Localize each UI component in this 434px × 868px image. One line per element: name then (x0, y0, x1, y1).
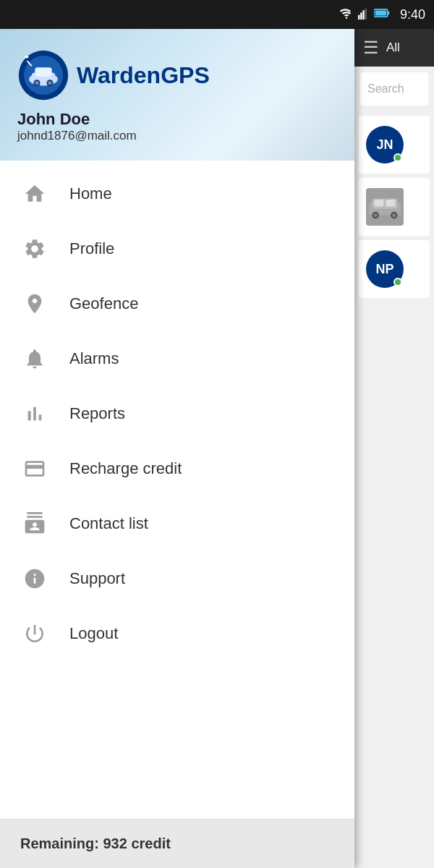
svg-point-15 (35, 81, 38, 85)
svg-rect-20 (375, 200, 384, 207)
bar-chart-icon (20, 399, 49, 428)
home-icon (20, 179, 49, 208)
menu-label-recharge: Recharge credit (69, 459, 182, 478)
avatar-np: NP (366, 250, 404, 288)
logo-container: WardenGPS (17, 49, 337, 101)
menu-label-support: Support (69, 569, 125, 588)
svg-point-25 (392, 213, 396, 217)
list-item[interactable]: NP (359, 240, 430, 298)
list-item[interactable]: JN (359, 116, 430, 174)
menu-item-logout[interactable]: Logout (0, 606, 354, 661)
menu-item-recharge[interactable]: Recharge credit (0, 441, 354, 496)
menu-item-reports[interactable]: Reports (0, 386, 354, 441)
status-bar: 9:40 (0, 0, 434, 29)
svg-rect-2 (360, 12, 362, 20)
all-label: All (386, 41, 400, 55)
settings-icon (20, 234, 49, 263)
search-bar[interactable]: Search (360, 72, 428, 106)
remaining-text: Remaining: 932 credit (20, 835, 171, 851)
avatar-jn: JN (366, 126, 404, 163)
menu-list: Home Profile Geofence (0, 161, 354, 819)
svg-rect-7 (375, 11, 386, 16)
menu-item-home[interactable]: Home (0, 166, 354, 221)
status-time: 9:40 (400, 7, 425, 22)
menu-label-contact: Contact list (69, 514, 148, 533)
contact-icon (20, 509, 49, 538)
svg-rect-12 (35, 67, 51, 77)
svg-rect-21 (386, 200, 396, 207)
notifications-icon (20, 344, 49, 373)
drawer: WardenGPS John Doe johnd1876@mail.com Ho… (0, 29, 354, 868)
credit-card-icon (20, 454, 49, 483)
online-indicator (393, 153, 402, 162)
right-list: JN (354, 111, 434, 868)
menu-label-alarms: Alarms (69, 349, 119, 368)
menu-item-contact[interactable]: Contact list (0, 496, 354, 551)
svg-point-23 (374, 213, 378, 217)
svg-rect-4 (365, 8, 367, 19)
user-info: John Doe johnd1876@mail.com (17, 110, 337, 143)
wifi-icon (339, 7, 354, 22)
menu-item-support[interactable]: Support (0, 551, 354, 606)
svg-point-16 (48, 81, 51, 85)
svg-point-0 (346, 17, 348, 19)
menu-item-geofence[interactable]: Geofence (0, 276, 354, 331)
status-icons: 9:40 (339, 7, 425, 22)
user-name: John Doe (17, 110, 337, 129)
menu-item-profile[interactable]: Profile (0, 221, 354, 276)
drawer-footer: Remaining: 932 credit (0, 819, 354, 868)
logo-text: WardenGPS (77, 62, 210, 89)
user-email: johnd1876@mail.com (17, 129, 337, 143)
right-panel: ☰ All Search JN (354, 29, 434, 868)
info-icon (20, 564, 49, 593)
online-indicator (393, 278, 402, 286)
menu-label-reports: Reports (69, 404, 125, 423)
svg-rect-1 (358, 14, 359, 19)
car-photo (366, 188, 404, 226)
drawer-header: WardenGPS John Doe johnd1876@mail.com (0, 29, 354, 161)
battery-icon (374, 8, 390, 21)
right-toolbar: ☰ All (354, 29, 434, 67)
svg-rect-6 (388, 11, 390, 14)
menu-label-profile: Profile (69, 239, 114, 258)
main-container: WardenGPS John Doe johnd1876@mail.com Ho… (0, 29, 434, 868)
signal-icon (358, 8, 370, 22)
menu-item-alarms[interactable]: Alarms (0, 331, 354, 386)
hamburger-icon[interactable]: ☰ (363, 38, 379, 58)
menu-label-logout: Logout (69, 624, 118, 643)
menu-label-home: Home (69, 184, 112, 203)
power-icon (20, 619, 49, 648)
menu-label-geofence: Geofence (69, 294, 138, 313)
logo-icon (17, 49, 69, 101)
search-placeholder: Search (367, 82, 404, 95)
list-item[interactable] (359, 178, 430, 236)
svg-rect-3 (362, 10, 364, 20)
navigation-icon (20, 289, 49, 318)
